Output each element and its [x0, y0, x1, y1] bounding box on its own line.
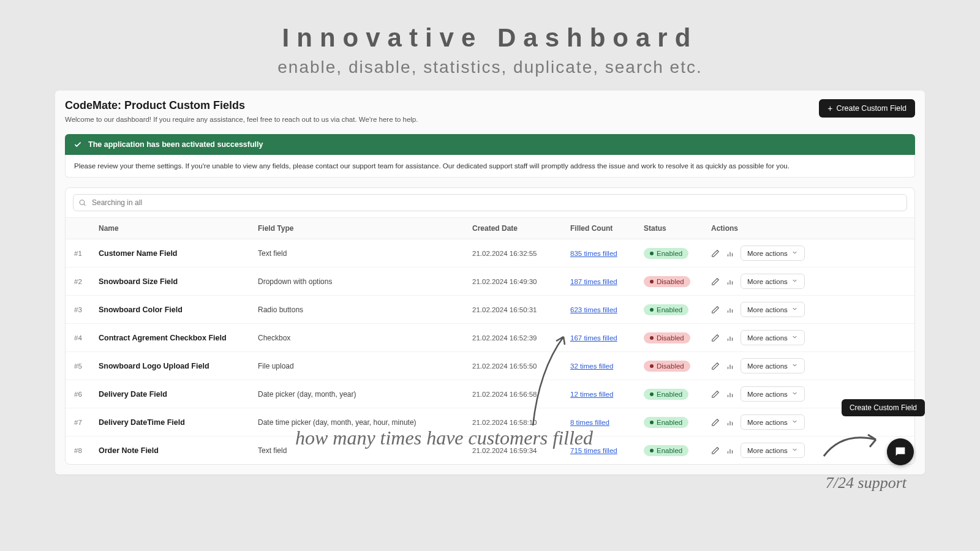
- chevron-down-icon: [791, 277, 798, 285]
- status-badge: Disabled: [644, 361, 690, 372]
- field-name: Contract Agrement Checkbox Field: [99, 334, 258, 342]
- success-banner: The application has been activated succe…: [65, 134, 915, 155]
- status-badge: Disabled: [644, 332, 690, 343]
- created-date: 21.02.2024 16:49:30: [472, 278, 570, 285]
- more-actions-button[interactable]: More actions: [741, 443, 805, 458]
- hero-title: Innovative Dashboard: [0, 23, 980, 53]
- row-index: #7: [74, 419, 99, 426]
- table-row: #6Delivery Date FieldDate picker (day, m…: [66, 380, 914, 408]
- chevron-down-icon: [791, 446, 798, 454]
- field-type: Dropdown with options: [258, 277, 472, 286]
- created-date: 21.02.2024 16:56:58: [472, 391, 570, 398]
- stats-icon[interactable]: [726, 249, 734, 258]
- table-row: #1Customer Name FieldText field21.02.202…: [66, 239, 914, 268]
- annotation-filled-note: how many times have customers filled: [285, 425, 603, 450]
- row-index: #2: [74, 278, 99, 285]
- chevron-down-icon: [791, 334, 798, 342]
- filled-count-link[interactable]: 12 times filled: [570, 391, 613, 398]
- dashboard-panel: CodeMate: Product Custom Fields Welcome …: [55, 91, 925, 474]
- edit-icon[interactable]: [711, 362, 720, 370]
- status-badge: Disabled: [644, 276, 690, 287]
- annotation-support-note: 7/24 support: [826, 474, 907, 492]
- filled-count-link[interactable]: 623 times filled: [570, 306, 617, 313]
- plus-icon: +: [827, 104, 832, 113]
- check-icon: [74, 140, 82, 149]
- row-index: #5: [74, 362, 99, 370]
- stats-icon[interactable]: [726, 390, 734, 399]
- created-date: 21.02.2024 16:55:50: [472, 362, 570, 370]
- more-actions-button[interactable]: More actions: [741, 386, 805, 402]
- table-row: #5Snowboard Logo Upload FieldFile upload…: [66, 352, 914, 380]
- row-index: #4: [74, 334, 99, 342]
- edit-icon[interactable]: [711, 305, 720, 314]
- col-actions: Actions: [711, 224, 834, 233]
- table-row: #3Snowboard Color FieldRadio buttons21.0…: [66, 296, 914, 324]
- more-actions-button[interactable]: More actions: [741, 330, 805, 345]
- field-name: Delivery DateTime Field: [99, 418, 258, 427]
- col-filled-count: Filled Count: [570, 224, 644, 233]
- chat-support-button[interactable]: [887, 438, 914, 465]
- more-actions-button[interactable]: More actions: [741, 246, 805, 261]
- create-custom-field-button-bottom[interactable]: Create Custom Field: [842, 399, 925, 416]
- stats-icon[interactable]: [726, 418, 734, 427]
- status-badge: Enabled: [644, 304, 688, 315]
- edit-icon[interactable]: [711, 277, 720, 286]
- col-name: Name: [99, 224, 258, 233]
- filled-count-link[interactable]: 8 times filled: [570, 419, 609, 426]
- filled-count-link[interactable]: 32 times filled: [570, 362, 613, 370]
- field-type: Checkbox: [258, 334, 472, 342]
- field-type: File upload: [258, 362, 472, 370]
- created-date: 21.02.2024 16:32:55: [472, 250, 570, 257]
- edit-icon[interactable]: [711, 418, 720, 427]
- chevron-down-icon: [791, 390, 798, 398]
- search-icon: [78, 199, 86, 207]
- table-row: #2Snowboard Size FieldDropdown with opti…: [66, 268, 914, 296]
- created-date: 21.02.2024 16:52:39: [472, 334, 570, 342]
- stats-icon[interactable]: [726, 446, 734, 455]
- field-name: Snowboard Size Field: [99, 277, 258, 286]
- field-type: Radio buttons: [258, 305, 472, 314]
- field-name: Delivery Date Field: [99, 390, 258, 399]
- edit-icon[interactable]: [711, 446, 720, 455]
- table-header: Name Field Type Created Date Filled Coun…: [66, 218, 914, 239]
- hero-subtitle: enable, disable, statistics, duplicate, …: [0, 58, 980, 77]
- status-badge: Enabled: [644, 445, 688, 456]
- filled-count-link[interactable]: 835 times filled: [570, 250, 617, 257]
- chevron-down-icon: [791, 305, 798, 313]
- edit-icon[interactable]: [711, 249, 720, 258]
- chevron-down-icon: [791, 418, 798, 426]
- field-name: Customer Name Field: [99, 249, 258, 258]
- edit-icon[interactable]: [711, 334, 720, 342]
- success-text: The application has been activated succe…: [88, 140, 263, 149]
- more-actions-button[interactable]: More actions: [741, 274, 805, 289]
- stats-icon[interactable]: [726, 362, 734, 370]
- row-index: #1: [74, 250, 99, 257]
- search-input[interactable]: [73, 194, 907, 211]
- created-date: 21.02.2024 16:50:31: [472, 306, 570, 313]
- col-field-type: Field Type: [258, 224, 472, 233]
- more-actions-button[interactable]: More actions: [741, 302, 805, 317]
- row-index: #3: [74, 306, 99, 313]
- fields-table: Name Field Type Created Date Filled Coun…: [65, 187, 915, 465]
- row-index: #8: [74, 447, 99, 454]
- chevron-down-icon: [791, 249, 798, 257]
- stats-icon[interactable]: [726, 305, 734, 314]
- svg-line-1: [84, 204, 85, 205]
- field-type: Date picker (day, month, year): [258, 390, 472, 399]
- status-badge: Enabled: [644, 417, 688, 428]
- create-custom-field-button[interactable]: + Create Custom Field: [819, 99, 915, 118]
- stats-icon[interactable]: [726, 277, 734, 286]
- filled-count-link[interactable]: 167 times filled: [570, 334, 617, 342]
- field-name: Snowboard Color Field: [99, 305, 258, 314]
- filled-count-link[interactable]: 187 times filled: [570, 278, 617, 285]
- more-actions-button[interactable]: More actions: [741, 414, 805, 430]
- chevron-down-icon: [791, 362, 798, 370]
- more-actions-button[interactable]: More actions: [741, 358, 805, 373]
- status-badge: Enabled: [644, 248, 688, 259]
- table-row: #4Contract Agrement Checkbox FieldCheckb…: [66, 324, 914, 352]
- edit-icon[interactable]: [711, 390, 720, 399]
- stats-icon[interactable]: [726, 334, 734, 342]
- status-badge: Enabled: [644, 389, 688, 400]
- col-created-date: Created Date: [472, 224, 570, 233]
- page-title: CodeMate: Product Custom Fields: [65, 99, 418, 112]
